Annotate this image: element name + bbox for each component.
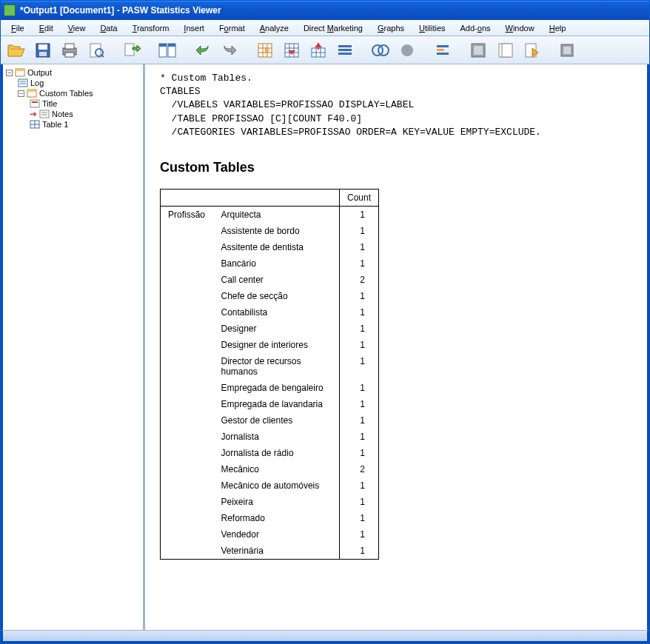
table-var-cell: [161, 445, 214, 461]
tree-item-title[interactable]: Title: [30, 98, 141, 109]
export-button[interactable]: [121, 39, 143, 61]
menu-transform[interactable]: Transform: [127, 22, 175, 34]
table-row[interactable]: ProfissãoArquitecta1: [161, 206, 379, 223]
table-row[interactable]: Bancário1: [161, 255, 379, 272]
table-row[interactable]: Designer1: [161, 321, 379, 337]
goto-case-button[interactable]: [281, 39, 303, 61]
svg-rect-40: [19, 79, 27, 87]
menu-format[interactable]: Format: [213, 22, 251, 34]
table-category-cell: Chefe de secção: [214, 288, 340, 304]
insert-title-button[interactable]: [432, 39, 454, 61]
outline-tree[interactable]: − Output Log − Custom Tables: [3, 64, 145, 630]
svg-rect-28: [437, 49, 444, 51]
table-row[interactable]: Mecânico2: [161, 461, 379, 477]
table-var-cell: [161, 461, 214, 477]
table-row[interactable]: Veterinária1: [161, 543, 379, 560]
svg-rect-45: [30, 100, 39, 107]
tree-item-table1[interactable]: Table 1: [30, 119, 141, 130]
table-row[interactable]: Vendedor1: [161, 526, 379, 543]
table-row[interactable]: Empregada de bengaleiro1: [161, 380, 379, 396]
table-category-cell: Call center: [214, 272, 340, 288]
tree-label-output: Output: [27, 68, 52, 77]
menu-help[interactable]: Help: [543, 22, 572, 34]
table-row[interactable]: Chefe de secção1: [161, 288, 379, 304]
table-category-cell: Vendedor: [214, 526, 340, 543]
table-count-cell: 1: [340, 206, 379, 223]
svg-rect-37: [563, 47, 571, 54]
menu-direct-marketing[interactable]: Direct Marketing: [298, 22, 369, 34]
table-count-cell: 2: [340, 272, 379, 288]
tree-item-notes[interactable]: ➔ Notes: [30, 109, 141, 119]
goto-variable-button[interactable]: [307, 39, 329, 61]
table-category-cell: Contabilista: [214, 304, 340, 321]
svg-rect-22: [338, 49, 352, 51]
table-var-cell: [161, 337, 214, 353]
svg-rect-4: [65, 44, 74, 49]
insert-heading-button[interactable]: [396, 39, 418, 61]
table-var-cell: Profissão: [161, 206, 214, 223]
variables-button[interactable]: [334, 39, 356, 61]
table-row[interactable]: Assistente de bordo1: [161, 223, 379, 239]
toolbar: [1, 36, 649, 64]
custom-table[interactable]: Count ProfissãoArquitecta1Assistente de …: [160, 189, 379, 560]
recall-dialog-button[interactable]: [156, 39, 178, 61]
table-category-cell: Jornalista: [214, 429, 340, 445]
table-row[interactable]: Jornalista1: [161, 429, 379, 445]
redo-button[interactable]: [218, 39, 241, 61]
open-button[interactable]: [5, 39, 27, 61]
collapse-icon[interactable]: −: [6, 70, 13, 76]
table-row[interactable]: Peixeira1: [161, 494, 379, 510]
page-break-button[interactable]: [494, 39, 516, 61]
table-row[interactable]: Director de recursos humanos1: [161, 353, 379, 380]
table-row[interactable]: Empregada de lavandaria1: [161, 396, 379, 412]
table-count-cell: 1: [340, 494, 379, 510]
tree-item-log[interactable]: Log: [18, 78, 141, 88]
print-button[interactable]: [58, 39, 81, 61]
menu-data[interactable]: Data: [94, 22, 123, 34]
select-button[interactable]: [369, 39, 392, 61]
show-hide-button[interactable]: [556, 39, 578, 61]
table-count-cell: 1: [340, 239, 379, 255]
menu-utilities[interactable]: Utilities: [413, 22, 451, 34]
designate-window-button[interactable]: [520, 39, 543, 61]
table-count-cell: 1: [340, 396, 379, 412]
table-row[interactable]: Assitente de dentista1: [161, 239, 379, 255]
menu-insert[interactable]: Insert: [178, 22, 210, 34]
svg-rect-47: [40, 110, 49, 118]
table-row[interactable]: Gestor de clientes1: [161, 412, 379, 429]
goto-data-button[interactable]: [254, 39, 276, 61]
svg-rect-12: [159, 44, 167, 47]
svg-rect-2: [39, 52, 47, 56]
table-row[interactable]: Call center2: [161, 272, 379, 288]
menu-view[interactable]: View: [62, 22, 92, 34]
table-var-cell: [161, 255, 214, 272]
table-row[interactable]: Mecânico de automóveis1: [161, 477, 379, 494]
table-row[interactable]: Designer de interiores1: [161, 337, 379, 353]
menu-addons[interactable]: Add-ons: [455, 22, 497, 34]
folder-icon: [27, 89, 37, 98]
table-category-cell: Designer de interiores: [214, 337, 340, 353]
table-row[interactable]: Jornalista de rádio1: [161, 445, 379, 461]
syntax-block: * Custom Tables. CTABLES /VLABELS VARIAB…: [160, 72, 632, 139]
tree-item-custom-tables[interactable]: − Custom Tables: [18, 88, 141, 98]
undo-button[interactable]: [192, 39, 214, 61]
print-preview-button[interactable]: [85, 39, 107, 61]
table-count-cell: 1: [340, 255, 379, 272]
menu-analyze[interactable]: Analyze: [254, 22, 295, 34]
current-marker-icon: ➔: [30, 110, 37, 118]
output-panel[interactable]: * Custom Tables. CTABLES /VLABELS VARIAB…: [145, 64, 647, 630]
table-var-cell: [161, 353, 214, 380]
insert-text-button[interactable]: [467, 39, 489, 61]
menu-window[interactable]: Window: [500, 22, 540, 34]
collapse-icon[interactable]: −: [18, 90, 24, 97]
statusbar: [1, 630, 649, 643]
tree-root[interactable]: − Output: [6, 67, 141, 78]
menu-file[interactable]: File: [5, 22, 30, 34]
table-row[interactable]: Reformado1: [161, 510, 379, 526]
save-button[interactable]: [32, 39, 54, 61]
menu-edit[interactable]: Edit: [33, 22, 59, 34]
tree-label-notes: Notes: [52, 110, 73, 118]
menu-graphs[interactable]: Graphs: [372, 22, 410, 34]
table-category-cell: Peixeira: [214, 494, 340, 510]
table-row[interactable]: Contabilista1: [161, 304, 379, 321]
